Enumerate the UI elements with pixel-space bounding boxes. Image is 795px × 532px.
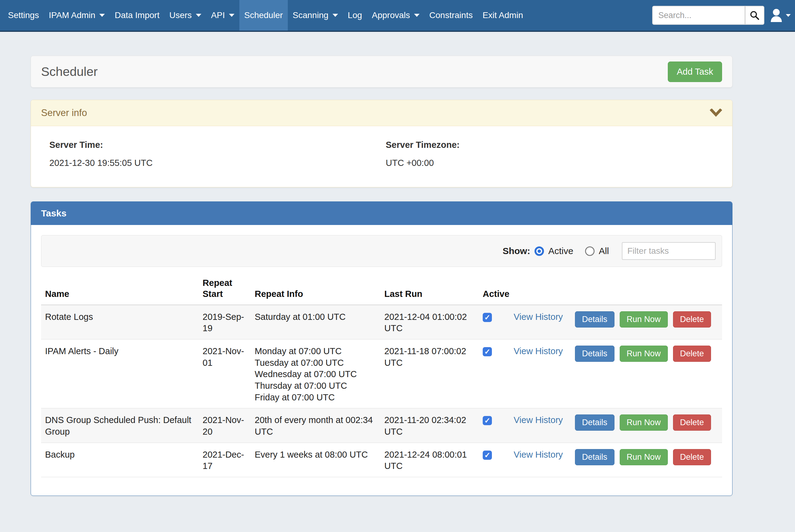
caret-down-icon: [786, 14, 791, 17]
task-history-cell: View History: [510, 408, 571, 443]
nav-item-log[interactable]: Log: [343, 0, 367, 31]
delete-button[interactable]: Delete: [673, 346, 711, 362]
tasks-filter-bar: Show: Active All: [41, 235, 722, 267]
server-time-block: Server Time: 2021-12-30 19:55:05 UTC: [49, 140, 386, 168]
navbar-right: [652, 0, 791, 31]
repeat-info-line: Saturday at 01:00 UTC: [255, 311, 376, 323]
nav-item-constraints[interactable]: Constraints: [424, 0, 478, 31]
nav-item-scheduler[interactable]: Scheduler: [239, 0, 288, 31]
repeat-info-line: Wednesday at 07:00 UTC: [255, 368, 376, 380]
task-history-cell: View History: [510, 339, 571, 408]
task-history-cell: View History: [510, 443, 571, 477]
show-all-option[interactable]: All: [585, 246, 609, 256]
active-checkbox[interactable]: [483, 416, 492, 425]
nav-item-label: Settings: [8, 11, 39, 20]
details-button[interactable]: Details: [575, 415, 614, 431]
details-button[interactable]: Details: [575, 346, 614, 362]
active-checkbox[interactable]: [483, 313, 492, 322]
navbar-search-group: [652, 6, 764, 25]
column-header-actions: [571, 277, 722, 305]
nav-item-settings[interactable]: Settings: [3, 0, 44, 31]
details-button[interactable]: Details: [575, 449, 614, 465]
task-repeat-start-cell: 2021-Nov-20: [199, 408, 251, 443]
nav-item-users[interactable]: Users: [164, 0, 206, 31]
column-header-repeat-info: Repeat Info: [251, 277, 380, 305]
repeat-info-line: Every 1 weeks at 08:00 UTC: [255, 449, 376, 461]
nav-item-label: Constraints: [429, 11, 473, 20]
nav-item-label: Approvals: [372, 11, 410, 20]
column-header-repeat-start: Repeat Start: [199, 277, 251, 305]
task-name-cell: IPAM Alerts - Daily: [41, 339, 199, 408]
nav-item-approvals[interactable]: Approvals: [367, 0, 424, 31]
page-title: Scheduler: [41, 64, 98, 79]
delete-button[interactable]: Delete: [673, 311, 711, 327]
view-history-link[interactable]: View History: [514, 450, 563, 459]
caret-down-icon: [99, 14, 105, 17]
nav-item-data-import[interactable]: Data Import: [110, 0, 164, 31]
view-history-link[interactable]: View History: [514, 346, 563, 356]
main-content: Scheduler Add Task Server info Server Ti…: [31, 56, 733, 496]
caret-down-icon: [196, 14, 201, 17]
radio-all[interactable]: [585, 246, 595, 256]
server-info-title: Server info: [41, 108, 87, 118]
radio-active-label: Active: [548, 246, 574, 256]
active-checkbox[interactable]: [483, 347, 492, 356]
task-name-cell: Rotate Logs: [41, 305, 199, 340]
user-icon: [770, 8, 783, 22]
filter-tasks-input[interactable]: [622, 242, 716, 260]
nav-item-label: API: [211, 11, 225, 20]
run-now-button[interactable]: Run Now: [620, 311, 668, 327]
repeat-info-line: Tuesday at 07:00 UTC: [255, 357, 376, 369]
tasks-table-header-row: Name Repeat Start Repeat Info Last Run A…: [41, 277, 722, 305]
chevron-down-icon[interactable]: [710, 109, 722, 117]
task-active-cell: [479, 305, 510, 340]
search-input[interactable]: [653, 6, 745, 24]
show-label: Show:: [503, 246, 530, 256]
task-actions-cell: Details Run Now Delete: [571, 408, 722, 443]
task-history-cell: View History: [510, 305, 571, 340]
nav-items: SettingsIPAM AdminData ImportUsersAPISch…: [3, 0, 528, 31]
show-active-option[interactable]: Active: [535, 246, 574, 256]
nav-item-api[interactable]: API: [206, 0, 239, 31]
server-timezone-label: Server Timezone:: [386, 140, 722, 150]
task-name-cell: Backup: [41, 443, 199, 477]
page-header-panel: Scheduler Add Task: [31, 56, 733, 88]
nav-item-ipam-admin[interactable]: IPAM Admin: [44, 0, 110, 31]
repeat-info-line: Monday at 07:00 UTC: [255, 346, 376, 357]
search-button[interactable]: [745, 6, 764, 24]
task-repeat-start-cell: 2021-Dec-17: [199, 443, 251, 477]
nav-item-scanning[interactable]: Scanning: [288, 0, 343, 31]
user-menu[interactable]: [770, 8, 791, 22]
delete-button[interactable]: Delete: [673, 449, 711, 465]
task-active-cell: [479, 339, 510, 408]
task-repeat-info-cell: 20th of every month at 002:34 UTC: [251, 408, 380, 443]
run-now-button[interactable]: Run Now: [620, 415, 668, 431]
task-active-cell: [479, 408, 510, 443]
task-actions-cell: Details Run Now Delete: [571, 443, 722, 477]
details-button[interactable]: Details: [575, 311, 614, 327]
delete-button[interactable]: Delete: [673, 415, 711, 431]
task-active-cell: [479, 443, 510, 477]
server-info-heading[interactable]: Server info: [31, 100, 732, 126]
view-history-link[interactable]: View History: [514, 415, 563, 425]
caret-down-icon: [332, 14, 338, 17]
task-last-run-cell: 2021-12-04 01:00:02 UTC: [380, 305, 479, 340]
active-checkbox[interactable]: [483, 451, 492, 460]
tasks-panel-body: Show: Active All Name: [31, 225, 732, 496]
tasks-table: Name Repeat Start Repeat Info Last Run A…: [41, 277, 722, 477]
view-history-link[interactable]: View History: [514, 312, 563, 322]
nav-item-label: Exit Admin: [482, 11, 523, 20]
server-timezone-value: UTC +00:00: [386, 158, 722, 168]
add-task-button[interactable]: Add Task: [668, 61, 722, 82]
run-now-button[interactable]: Run Now: [620, 449, 668, 465]
nav-item-exit-admin[interactable]: Exit Admin: [477, 0, 528, 31]
run-now-button[interactable]: Run Now: [620, 346, 668, 362]
column-header-last-run: Last Run: [380, 277, 479, 305]
server-timezone-block: Server Timezone: UTC +00:00: [386, 140, 722, 168]
task-repeat-start-cell: 2019-Sep-19: [199, 305, 251, 340]
task-last-run-cell: 2021-11-20 02:34:02 UTC: [380, 408, 479, 443]
column-header-active: Active: [479, 277, 510, 305]
radio-active[interactable]: [535, 246, 544, 256]
task-last-run-cell: 2021-11-18 07:00:02 UTC: [380, 339, 479, 408]
radio-all-label: All: [599, 246, 609, 256]
